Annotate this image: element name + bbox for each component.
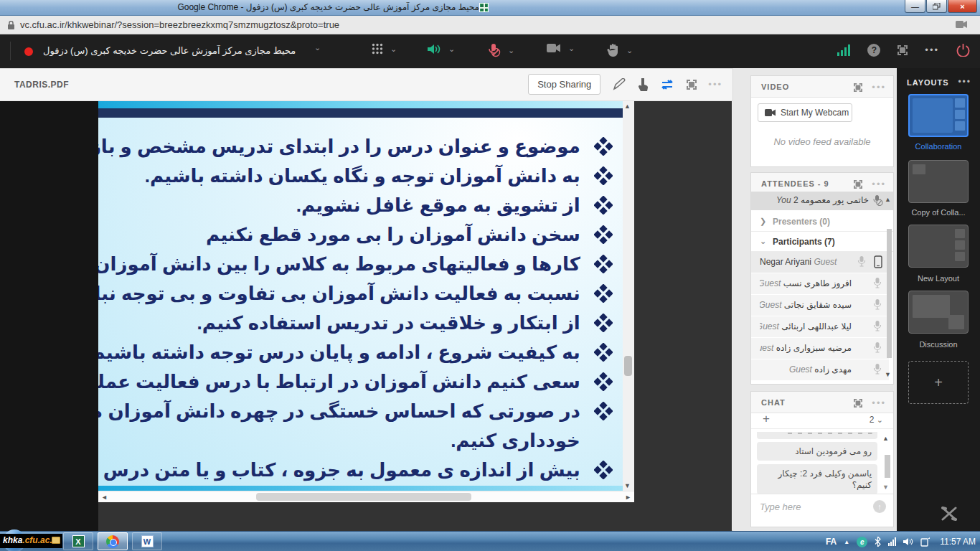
fullscreen-icon[interactable] [897,45,908,55]
connect-toolbar: محیط مجازی مرکز آموزش عالی حضرت خدیجه کب… [0,34,980,68]
attendee-role: Guest [760,343,773,353]
layout-copy-of-collaboration[interactable] [908,160,969,203]
exit-meeting-icon[interactable] [956,43,970,57]
attendees-scroll-down-icon[interactable]: ▼ [885,371,891,378]
speaker-control[interactable]: ⌄ [427,43,455,55]
connection-signal-icon[interactable] [837,44,850,56]
close-button[interactable]: × [948,0,977,13]
layout-copy-label[interactable]: Copy of Colla... [897,208,980,217]
layout-tools-icon[interactable] [941,507,957,521]
vscroll-thumb[interactable] [624,356,632,376]
attendee-name: لیلا عبداللهی اربنائی [781,321,852,331]
chat-tab-selector[interactable]: 2 ⌄ [870,415,883,425]
chat-menu-icon[interactable]: ••• [872,397,886,408]
mic-icon[interactable] [873,321,882,332]
tray-expand-icon[interactable]: ▲ [844,539,849,545]
document-horizontal-scrollbar[interactable]: ◄ ► [98,491,634,502]
scroll-down-icon[interactable]: ▼ [624,482,631,489]
meeting-menu-chevron[interactable]: ⌄ [314,43,321,52]
microphone-control[interactable]: ⌄ [486,43,514,57]
layout-collaboration[interactable] [908,94,969,137]
system-tray: FA ▲ e 11:57 AM [826,532,976,551]
pointer-icon[interactable] [638,78,648,91]
mic-icon[interactable] [873,364,882,375]
antivirus-icon[interactable]: e [857,537,867,547]
url-text[interactable]: vc.cfu.ac.ir/khkwebinar/?session=breezbr… [20,19,339,30]
taskbar-word-button[interactable]: W [132,532,162,550]
attendees-scroll-up-icon[interactable]: ▲ [885,196,891,203]
layout-discussion-label[interactable]: Discussion [897,340,980,349]
video-menu-icon[interactable]: ••• [872,82,886,93]
raise-hand-control[interactable]: ⌄ [606,43,633,57]
attendee-role: Guest [760,278,781,288]
layout-new[interactable] [908,225,969,268]
mic-icon[interactable] [873,299,882,311]
attendees-menu-icon[interactable]: ••• [872,179,886,189]
attendee-role: Guest [814,257,837,267]
attendees-fullscreen-icon[interactable] [854,180,862,189]
attendee-row[interactable]: مهدی زاده Guest [751,359,889,380]
attendees-scrollbar-thumb[interactable] [887,229,892,358]
chat-pod: CHAT ••• + 2 ⌄ رو می فرمودین استاد یاسمن… [750,391,894,527]
presenters-group[interactable]: ❯ Presenters (0) [751,212,893,232]
video-fullscreen-icon[interactable] [854,83,862,92]
attendee-row[interactable]: سیده شقایق نجاتی Guest [751,295,889,316]
attendee-role: Guest [789,364,812,375]
chat-scroll-down-icon[interactable]: ▼ [882,484,889,491]
apps-menu[interactable]: ⌄ [372,43,397,55]
chat-scrollbar-thumb[interactable] [885,455,890,478]
doc-bullet-line: کارها و فعالیتهای مربوط به کلاس را بین د… [98,250,613,279]
layout-discussion[interactable] [908,291,969,334]
chat-input-field[interactable]: Type here [760,501,801,512]
minimize-button[interactable]: — [905,0,925,13]
recording-indicator-icon[interactable] [24,47,33,56]
sync-icon[interactable] [659,79,675,90]
pdf-document[interactable]: موضوع و عنوان درس را در ابتدای تدریس مشخ… [98,101,623,491]
action-center-icon[interactable] [920,537,930,547]
toolbar-menu-icon[interactable]: ••• [925,44,939,55]
mic-icon[interactable] [857,256,866,268]
attendee-row[interactable]: لیلا عبداللهی اربنائی Guest [751,316,889,337]
doc-bullet-line: نسبت به فعالیت دانش آموزان بی تفاوت و بی… [98,279,613,309]
mic-icon[interactable] [873,342,882,354]
meeting-title[interactable]: محیط مجازی مرکز آموزش عالی حضرت خدیجه کب… [43,45,308,56]
add-layout-button[interactable]: + [908,361,969,404]
stop-sharing-button[interactable]: Stop Sharing [528,74,600,95]
language-indicator[interactable]: FA [826,537,837,547]
mic-icon[interactable] [873,278,882,289]
attendee-row[interactable]: افروز طاهری نسب Guest [751,273,889,294]
send-message-icon[interactable]: ↑ [873,500,886,513]
raise-hand-icon [606,43,619,57]
taskbar-clock[interactable]: 11:57 AM [940,537,976,547]
attendee-row-you[interactable]: خاتمی پور معصومه 2 You [751,192,893,210]
new-chat-tab-button[interactable]: + [763,412,770,426]
help-icon[interactable]: ? [867,44,880,57]
document-vertical-scrollbar[interactable]: ▲ ▼ [623,101,634,491]
scroll-up-icon[interactable]: ▲ [624,103,631,110]
attendee-row[interactable]: Negar Ariyani Guest [751,252,889,273]
layout-new-label[interactable]: New Layout [897,274,980,283]
camera-permission-icon[interactable] [956,20,967,29]
layouts-menu-icon[interactable]: ••• [958,77,971,87]
network-signal-icon[interactable] [888,537,896,546]
chat-fullscreen-icon[interactable] [854,399,862,408]
mic-muted-small-icon[interactable] [872,194,883,207]
participants-group[interactable]: ⌄ Participants (7) [751,232,893,252]
volume-icon[interactable] [903,537,913,546]
bluetooth-icon[interactable] [875,537,881,547]
scroll-left-icon[interactable]: ◄ [101,494,108,501]
taskbar-chrome-button[interactable] [98,532,128,550]
draw-icon[interactable] [612,78,626,91]
libraries-icon[interactable] [52,537,60,544]
share-menu-icon[interactable]: ••• [708,79,722,90]
taskbar-excel-button[interactable]: X [63,532,93,550]
share-fullscreen-icon[interactable] [687,80,697,90]
hscroll-thumb[interactable] [256,493,471,501]
attendee-row[interactable]: مرضیه سبزواری زاده Guest [751,338,889,359]
webcam-control[interactable]: ⌄ [547,43,575,53]
restore-button[interactable] [926,0,947,13]
start-webcam-button[interactable]: Start My Webcam [758,103,852,122]
layout-collaboration-label[interactable]: Collaboration [897,142,980,151]
chat-scroll-up-icon[interactable]: ▲ [882,435,889,442]
scroll-right-icon[interactable]: ► [625,494,631,501]
